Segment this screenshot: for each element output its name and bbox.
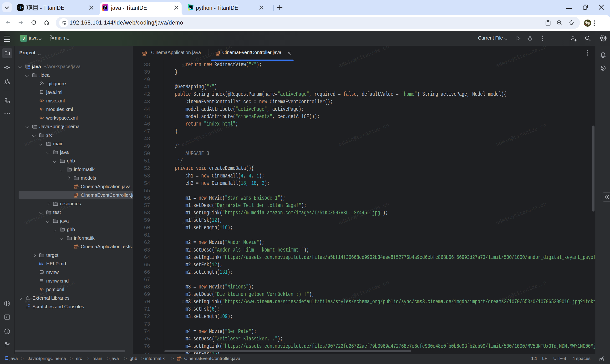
svg-text:PC: PC (189, 6, 192, 8)
svg-text:M: M (39, 262, 42, 265)
svg-text:IE: IE (104, 6, 106, 8)
